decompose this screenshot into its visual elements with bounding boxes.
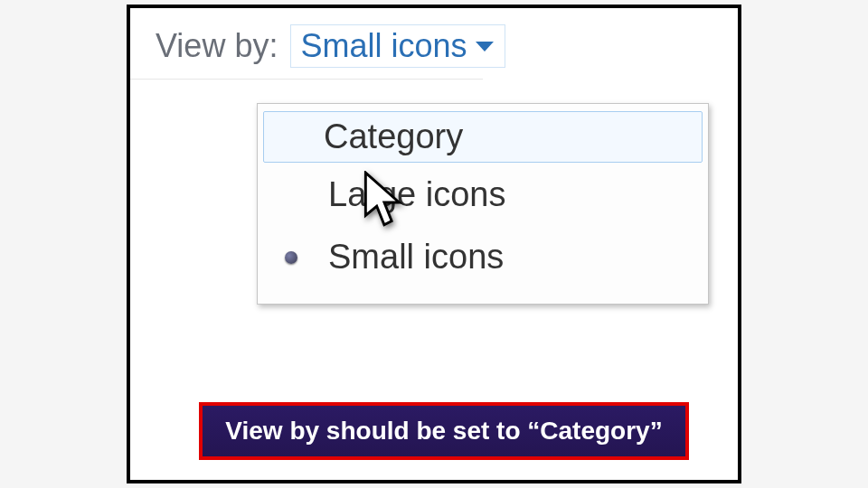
menu-item-label: Large icons <box>328 175 505 214</box>
instruction-caption: View by should be set to “Category” <box>199 402 689 460</box>
menu-item-large-icons[interactable]: Large icons <box>265 166 701 223</box>
menu-item-small-icons[interactable]: Small icons <box>265 229 701 286</box>
menu-item-category[interactable]: Category <box>263 111 703 163</box>
caption-text: View by should be set to “Category” <box>225 417 662 445</box>
view-by-dropdown[interactable]: Small icons <box>290 24 505 68</box>
menu-item-label: Category <box>324 117 463 156</box>
chevron-down-icon <box>476 40 494 52</box>
view-by-row: View by: Small icons <box>156 24 712 68</box>
selected-bullet-icon <box>285 251 297 264</box>
divider <box>130 79 483 80</box>
view-by-label: View by: <box>156 27 278 65</box>
view-by-selected-value: Small icons <box>300 27 467 65</box>
svg-marker-0 <box>476 42 494 52</box>
menu-item-label: Small icons <box>328 238 504 277</box>
view-by-menu: Category Large icons Small icons <box>257 103 709 305</box>
annotated-screenshot-frame: View by: Small icons Category Large icon… <box>127 5 741 483</box>
